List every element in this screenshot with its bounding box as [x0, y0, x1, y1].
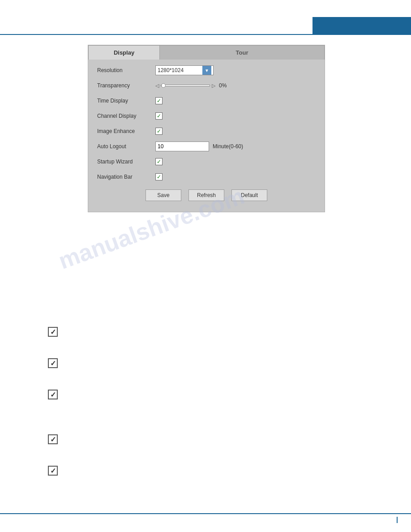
- refresh-button[interactable]: Refresh: [188, 189, 224, 201]
- time-display-label: Time Display: [97, 98, 155, 104]
- tab-tour-label: Tour: [236, 49, 248, 56]
- default-button[interactable]: Default: [231, 189, 267, 201]
- large-checkbox-5: ✓: [48, 466, 58, 476]
- channel-display-label: Channel Display: [97, 113, 155, 119]
- image-enhance-checkbox[interactable]: ✓: [155, 128, 163, 135]
- slider-right-arrow-icon: ▷: [212, 83, 215, 89]
- tab-tour[interactable]: Tour: [160, 45, 325, 60]
- tab-display[interactable]: Display: [88, 45, 160, 60]
- large-checkbox-4: ✓: [48, 434, 58, 444]
- image-enhance-control: ✓: [155, 128, 163, 135]
- page-bar-icon: [397, 517, 398, 523]
- auto-logout-row: Auto Logout Minute(0-60): [97, 141, 316, 152]
- navigation-bar-label: Navigation Bar: [97, 174, 155, 180]
- time-display-checkbox[interactable]: ✓: [155, 97, 163, 104]
- channel-display-checkbox[interactable]: ✓: [155, 112, 163, 120]
- resolution-label: Resolution: [97, 67, 155, 73]
- startup-wizard-label: Startup Wizard: [97, 159, 155, 165]
- navigation-bar-checkbox[interactable]: ✓: [155, 173, 163, 180]
- startup-wizard-control: ✓: [155, 158, 163, 165]
- page-indicator: [397, 517, 398, 523]
- large-checkbox-1: ✓: [48, 327, 58, 337]
- transparency-value: 0%: [219, 82, 227, 89]
- channel-display-control: ✓: [155, 112, 163, 120]
- auto-logout-label: Auto Logout: [97, 143, 155, 150]
- dropdown-arrow-icon: ▼: [202, 66, 211, 75]
- resolution-row: Resolution 1280*1024 ▼: [97, 65, 316, 76]
- auto-logout-input[interactable]: [155, 142, 209, 151]
- top-divider-line: [0, 34, 411, 35]
- transparency-slider[interactable]: [161, 85, 210, 86]
- image-enhance-row: Image Enhance ✓: [97, 126, 316, 137]
- startup-wizard-checkbox[interactable]: ✓: [155, 158, 163, 165]
- startup-wizard-row: Startup Wizard ✓: [97, 156, 316, 167]
- navigation-bar-control: ✓: [155, 173, 163, 180]
- navigation-bar-row: Navigation Bar ✓: [97, 172, 316, 182]
- large-checkbox-2: ✓: [48, 358, 58, 368]
- auto-logout-hint: Minute(0-60): [213, 143, 243, 150]
- settings-panel: Display Tour Resolution 1280*1024 ▼ Tran…: [88, 45, 325, 212]
- slider-thumb: [161, 83, 166, 88]
- button-row: Save Refresh Default: [97, 189, 316, 205]
- auto-logout-control: Minute(0-60): [155, 142, 243, 151]
- resolution-value: 1280*1024: [158, 67, 201, 73]
- resolution-dropdown[interactable]: 1280*1024 ▼: [155, 65, 214, 75]
- slider-left-arrow-icon: ◁: [155, 83, 159, 89]
- transparency-row: Transparency ◁ ▷ 0%: [97, 80, 316, 91]
- time-display-row: Time Display ✓: [97, 95, 316, 106]
- bottom-divider-line: [0, 513, 411, 514]
- image-enhance-label: Image Enhance: [97, 128, 155, 134]
- transparency-control: ◁ ▷ 0%: [155, 82, 227, 89]
- tab-display-label: Display: [114, 49, 134, 56]
- transparency-label: Transparency: [97, 82, 155, 89]
- save-button[interactable]: Save: [146, 189, 181, 201]
- channel-display-row: Channel Display ✓: [97, 111, 316, 121]
- resolution-control: 1280*1024 ▼: [155, 65, 214, 75]
- time-display-control: ✓: [155, 97, 163, 104]
- top-blue-bar: [313, 17, 411, 34]
- tab-bar: Display Tour: [88, 45, 325, 60]
- form-area: Resolution 1280*1024 ▼ Transparency ◁ ▷ …: [88, 60, 325, 212]
- large-checkbox-3: ✓: [48, 390, 58, 399]
